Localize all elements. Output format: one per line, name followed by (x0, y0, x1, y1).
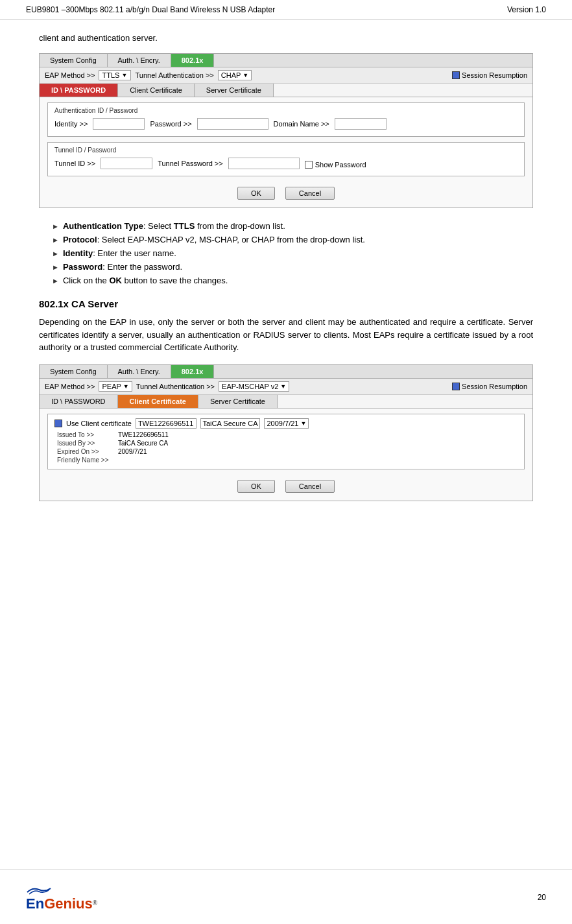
panel2-control-row: EAP Method >> PEAP ▼ Tunnel Authenticati… (40, 379, 532, 395)
bullet-text-3: : Enter the user name. (93, 248, 176, 258)
issued-by-value: TaiCA Secure CA (118, 440, 168, 447)
panel1-ok-button[interactable]: OK (237, 187, 275, 200)
engenius-logo: EnGenius® (26, 883, 97, 911)
tunnel-id-row: Tunnel ID >> Tunnel Password >> Show Pas… (54, 158, 518, 169)
issued-to-label: Issued To >> (57, 431, 115, 438)
cert-date-display[interactable]: 2009/7/21 ▼ (264, 418, 309, 429)
panel2-session-checkbox[interactable] (452, 383, 460, 390)
panel2-subtab-client-cert[interactable]: Client Certificate (118, 395, 198, 408)
logo-genius: Genius (44, 895, 93, 912)
section2-heading: 802.1x CA Server (39, 298, 533, 309)
tunnel-pw-input[interactable] (228, 158, 300, 169)
eap-method-label: EAP Method >> (45, 71, 95, 79)
panel2-tab-system-config[interactable]: System Config (40, 365, 108, 378)
show-password-checkbox[interactable] (305, 161, 313, 169)
panel2-subtab-id-password[interactable]: ID \ PASSWORD (40, 395, 118, 408)
tab-dot1x[interactable]: 802.1x (171, 54, 215, 67)
panel1-tabbar: System Config Auth. \ Encry. 802.1x (40, 54, 532, 67)
domain-input[interactable] (335, 118, 387, 130)
password-label: Password >> (150, 120, 191, 128)
bullet-list: ► Authentication Type: Select TTLS from … (52, 221, 533, 285)
arrow-icon-5: ► (52, 277, 59, 285)
show-password-label: Show Password (315, 161, 366, 169)
tunnel-dropdown-arrow: ▼ (243, 72, 248, 78)
page-header: EUB9801 –300Mbps 802.11 a/b/g/n Dual Ban… (0, 0, 572, 20)
tunnel-id-group: Tunnel ID / Password Tunnel ID >> Tunnel… (47, 142, 525, 176)
bullet-label-2: Protocol (63, 235, 97, 244)
issued-to-value: TWE1226696511 (118, 431, 169, 438)
arrow-icon-1: ► (52, 222, 59, 230)
auth-identity-row: Identity >> Password >> Domain Name >> (54, 118, 518, 130)
tunnel-auth-label: Tunnel Authentication >> (135, 71, 213, 79)
panel2-eap-arrow: ▼ (123, 383, 129, 390)
tunnel-id-input[interactable] (101, 158, 152, 169)
friendly-name-label: Friendly Name >> (57, 456, 115, 464)
issued-by-label: Issued By >> (57, 440, 115, 447)
tunnel-auth-dropdown[interactable]: CHAP ▼ (218, 70, 252, 80)
panel2-tunnel-arrow: ▼ (280, 383, 286, 390)
bullet-text-4: : Enter the password. (102, 262, 182, 272)
session-label: Session Resumption (462, 71, 527, 79)
auth-id-group: Authentication ID / Password Identity >>… (47, 102, 525, 137)
panel2-ok-button[interactable]: OK (237, 480, 275, 493)
identity-label: Identity >> (54, 120, 88, 128)
expired-on-row: Expired On >> 2009/7/21 (54, 448, 518, 455)
cert-group: Use Client certificate TWE1226696511 Tai… (47, 414, 525, 469)
bullet-item-protocol: ► Protocol: Select EAP-MSCHAP v2, MS-CHA… (52, 235, 533, 244)
use-client-cert-row: Use Client certificate TWE1226696511 Tai… (54, 418, 518, 429)
header-title: EUB9801 –300Mbps 802.11 a/b/g/n Dual Ban… (26, 5, 275, 14)
tunnel-pw-label: Tunnel Password >> (158, 160, 222, 167)
domain-label: Domain Name >> (274, 120, 329, 128)
identity-input[interactable] (93, 118, 145, 130)
tab-auth-encry[interactable]: Auth. \ Encry. (108, 54, 171, 67)
panel2-tab-dot1x[interactable]: 802.1x (171, 365, 215, 378)
header-version: Version 1.0 (507, 5, 546, 14)
eap-method-dropdown[interactable]: TTLS ▼ (99, 70, 131, 80)
bullet-text-1: : Select TTLS from the drop-down list. (143, 221, 285, 231)
expired-value: 2009/7/21 (118, 448, 147, 455)
panel2-eap-dropdown[interactable]: PEAP ▼ (99, 381, 132, 392)
cert-value1-display[interactable]: TWE1226696511 (136, 418, 197, 429)
session-resumption: Session Resumption (452, 71, 527, 79)
issued-by-row: Issued By >> TaiCA Secure CA (54, 440, 518, 447)
bullet-label-3: Identity (63, 248, 93, 258)
use-client-cert-checkbox[interactable] (54, 420, 62, 427)
panel2-session-resumption: Session Resumption (452, 383, 527, 390)
panel2-cancel-button[interactable]: Cancel (285, 480, 335, 493)
intro-text: client and authentication server. (39, 33, 533, 43)
session-checkbox[interactable] (452, 71, 460, 79)
expired-label: Expired On >> (57, 448, 115, 455)
panel2-subtab-server-cert[interactable]: Server Certificate (198, 395, 278, 408)
panel1: System Config Auth. \ Encry. 802.1x EAP … (39, 53, 533, 208)
panel2-tunnel-label: Tunnel Authentication >> (136, 383, 215, 390)
tunnel-id-label: Tunnel ID >> (54, 160, 95, 167)
bullet-label-4: Password (63, 262, 102, 272)
section2-paragraph: Depending on the EAP in use, only the se… (39, 316, 533, 354)
panel1-cancel-button[interactable]: Cancel (285, 187, 335, 200)
show-password-row: Show Password (305, 161, 366, 169)
friendly-name-row: Friendly Name >> (54, 456, 518, 464)
panel2-tabbar: System Config Auth. \ Encry. 802.1x (40, 365, 532, 379)
subtab-server-cert[interactable]: Server Certificate (195, 84, 274, 97)
bullet-text-5: Click on the OK button to save the chang… (63, 276, 228, 285)
panel2-subtabs: ID \ PASSWORD Client Certificate Server … (40, 395, 532, 409)
subtab-client-cert[interactable]: Client Certificate (118, 84, 195, 97)
cert-value2-display[interactable]: TaiCA Secure CA (200, 418, 261, 429)
subtab-id-password[interactable]: ID \ PASSWORD (40, 84, 118, 97)
wifi-waves-icon (26, 883, 52, 895)
logo-registered: ® (93, 899, 97, 906)
panel2-tunnel-dropdown[interactable]: EAP-MSCHAP v2 ▼ (219, 381, 289, 392)
panel2-button-row: OK Cancel (47, 475, 525, 495)
tab-system-config[interactable]: System Config (40, 54, 108, 67)
password-input[interactable] (197, 118, 268, 130)
arrow-icon-2: ► (52, 236, 59, 244)
bullet-item-identity: ► Identity: Enter the user name. (52, 248, 533, 258)
panel1-control-row: EAP Method >> TTLS ▼ Tunnel Authenticati… (40, 67, 532, 84)
cert-date-arrow: ▼ (300, 420, 306, 427)
panel2-tab-auth-encry[interactable]: Auth. \ Encry. (108, 365, 171, 378)
issued-to-row: Issued To >> TWE1226696511 (54, 431, 518, 438)
logo-text: EnGenius® (26, 897, 97, 911)
arrow-icon-3: ► (52, 250, 59, 257)
bullet-item-ok: ► Click on the OK button to save the cha… (52, 276, 533, 285)
bullet-text-2: : Select EAP-MSCHAP v2, MS-CHAP, or CHAP… (97, 235, 365, 244)
